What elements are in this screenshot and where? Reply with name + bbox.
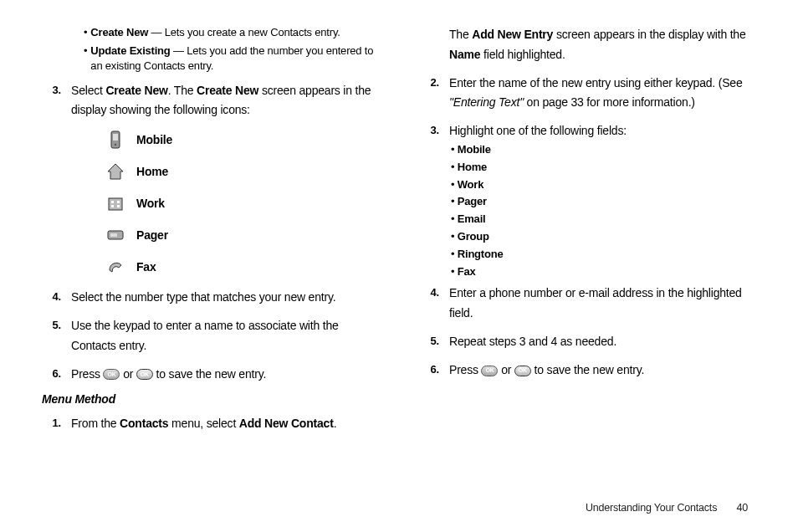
ok-button-outline-icon [514, 366, 531, 376]
icon-row-pager: Pager [105, 224, 378, 246]
list-item: • Home [451, 159, 756, 176]
step-5: 5. Use the keypad to enter a name to ass… [42, 316, 378, 356]
page-footer: Understanding Your Contacts 40 [586, 502, 748, 514]
text-bold: Name [449, 48, 480, 61]
bullet-dot: • [84, 25, 87, 40]
text: or [498, 363, 514, 376]
text: Highlight one of the following fields: [449, 124, 627, 137]
step-body: Enter the name of the new entry using ei… [449, 74, 756, 114]
text-bold: Add New Contact [239, 417, 334, 430]
text: Enter the name of the new entry using ei… [449, 76, 742, 90]
list-item: • Group [451, 228, 756, 246]
step-number: 6. [42, 365, 71, 385]
left-column: • Create New — Lets you create a new Con… [42, 25, 378, 442]
list-item: • Fax [451, 263, 756, 281]
step-body: From the Contacts menu, select Add New C… [71, 414, 378, 434]
step-body: Press or to save the new entry. [449, 361, 756, 381]
field-label: Work [458, 178, 483, 191]
step-number: 4. [420, 284, 449, 324]
text-bold: Add New Entry [472, 28, 553, 41]
r-step-2: 2. Enter the name of the new entry using… [420, 74, 756, 114]
continuation: The Add New Entry screen appears in the … [420, 25, 756, 65]
icon-label: Pager [136, 228, 168, 242]
list-item: • Pager [451, 193, 756, 211]
icon-row-mobile: Mobile [105, 129, 378, 151]
option-bullets: • Create New — Lets you create a new Con… [84, 25, 378, 74]
text: . The [168, 84, 197, 97]
svg-rect-7 [117, 205, 120, 207]
text-bold: Create New [105, 84, 167, 97]
r-step-5: 5. Repeat steps 3 and 4 as needed. [420, 332, 756, 352]
field-label: Group [458, 230, 489, 243]
svg-rect-6 [111, 205, 114, 207]
text: Select [71, 84, 105, 97]
bullet-dot: • [451, 212, 454, 225]
text: Press [449, 363, 481, 376]
icon-label: Mobile [136, 133, 172, 146]
step-6: 6. Press or to save the new entry. [42, 365, 378, 385]
field-label: Email [458, 212, 486, 225]
step-body: Select Create New. The Create New screen… [71, 81, 378, 121]
text-italic: "Entering Text" [449, 95, 524, 109]
bullet-dot: • [451, 265, 454, 278]
home-icon [105, 161, 126, 182]
step-body: Press or to save the new entry. [71, 365, 378, 385]
icon-label: Home [136, 165, 168, 178]
svg-rect-1 [113, 134, 118, 141]
step-body: Highlight one of the following fields: •… [449, 121, 756, 280]
bullet-label: Create New [90, 26, 148, 38]
step-number: 1. [42, 414, 71, 434]
step-body: Enter a phone number or e-mail address i… [449, 284, 756, 324]
icon-label: Work [136, 197, 165, 210]
bullet-create-new: • Create New — Lets you create a new Con… [84, 25, 378, 40]
fax-icon [105, 256, 126, 278]
text: . [334, 417, 337, 430]
icon-row-work: Work [105, 192, 378, 214]
step-body: Select the number type that matches your… [71, 288, 378, 308]
step-number: 4. [42, 288, 71, 308]
field-label: Home [458, 161, 487, 173]
bullet-dot: • [451, 230, 454, 243]
field-label: Pager [458, 195, 487, 207]
step-number [420, 25, 449, 65]
r-step-4: 4. Enter a phone number or e-mail addres… [420, 284, 756, 324]
ok-button-outline-icon [136, 369, 153, 380]
menu-method-heading: Menu Method [42, 392, 378, 406]
field-label: Mobile [458, 143, 491, 156]
list-item: • Mobile [451, 141, 756, 159]
step-body: Repeat steps 3 and 4 as needed. [449, 332, 756, 352]
two-column-layout: • Create New — Lets you create a new Con… [42, 25, 756, 442]
bullet-update-existing: • Update Existing — Lets you add the num… [84, 43, 378, 74]
text: or [120, 367, 136, 381]
r-step-3: 3. Highlight one of the following fields… [420, 121, 756, 280]
pager-icon [105, 224, 126, 246]
bullet-dot: • [451, 248, 454, 260]
text: on page 33 for more information.) [524, 95, 695, 109]
svg-rect-3 [109, 198, 122, 210]
bullet-dot: • [451, 195, 454, 207]
r-step-6: 6. Press or to save the new entry. [420, 361, 756, 381]
text: to save the new entry. [153, 367, 266, 381]
text: field highlighted. [480, 48, 565, 61]
bullet-dot: • [451, 178, 454, 191]
step-4: 4. Select the number type that matches y… [42, 288, 378, 308]
bullet-dot: • [84, 43, 87, 74]
icon-label: Fax [136, 260, 156, 274]
step-number: 5. [42, 316, 71, 356]
svg-rect-4 [111, 201, 114, 203]
field-list: • Mobile • Home • Work • Pager • Email •… [451, 141, 756, 280]
bullet-dot: • [451, 161, 454, 173]
footer-page: 40 [736, 502, 748, 514]
svg-rect-9 [110, 233, 117, 237]
text: screen appears in the display with the [553, 28, 745, 41]
bullet-text: Update Existing — Lets you add the numbe… [90, 43, 378, 74]
step-3: 3. Select Create New. The Create New scr… [42, 81, 378, 121]
step-number: 5. [420, 332, 449, 352]
text-bold: Contacts [120, 417, 168, 430]
field-label: Fax [458, 265, 476, 278]
icon-row-fax: Fax [105, 256, 378, 278]
svg-rect-5 [117, 201, 120, 203]
bullet-desc: — Lets you create a new Contacts entry. [148, 26, 340, 38]
text: menu, select [168, 417, 238, 430]
list-item: • Ringtone [451, 246, 756, 263]
